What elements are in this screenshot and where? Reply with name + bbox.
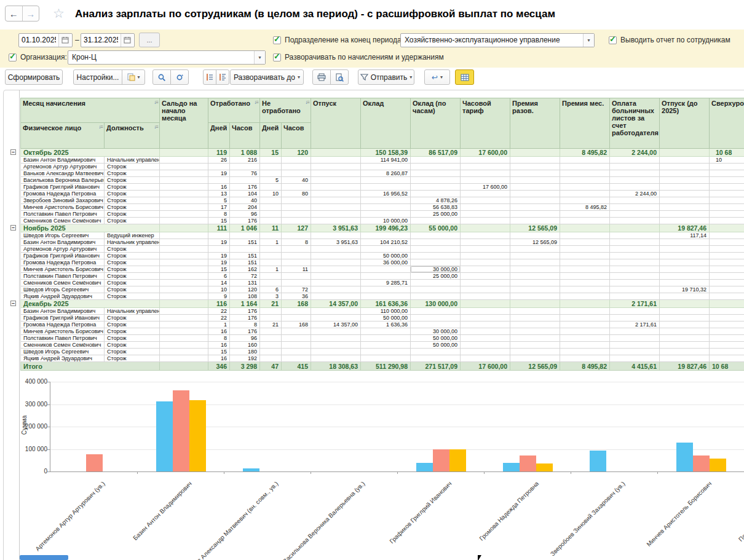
cell-value[interactable] xyxy=(560,308,610,315)
cell-value[interactable] xyxy=(710,191,744,197)
cell-value[interactable]: 2 171,61 xyxy=(610,300,660,308)
cell-value[interactable] xyxy=(311,286,361,293)
cell-value[interactable] xyxy=(160,342,208,349)
cell-value[interactable]: 8 495,82 xyxy=(560,204,610,211)
cell-text[interactable]: Графиков Григлрий Иванович xyxy=(21,184,105,191)
cell-value[interactable]: 21 xyxy=(260,321,282,328)
employee-row[interactable]: Артемонов Артур АртуровичСторож xyxy=(21,246,744,253)
cell-text[interactable]: Сторож xyxy=(105,259,160,266)
cell-value[interactable] xyxy=(710,349,744,355)
cell-value[interactable] xyxy=(411,246,461,253)
cell-text[interactable]: Сменников Семен Семёнович xyxy=(21,342,105,349)
cell-value[interactable] xyxy=(311,349,361,355)
column-header[interactable]: Отпуск xyxy=(311,98,361,149)
cell-value[interactable] xyxy=(610,204,660,211)
cell-value[interactable] xyxy=(710,170,744,177)
cell-value[interactable] xyxy=(230,177,260,184)
cell-value[interactable]: 199 496,23 xyxy=(361,224,411,232)
cell-value[interactable] xyxy=(610,239,660,246)
cell-value[interactable] xyxy=(660,246,710,253)
cell-value[interactable] xyxy=(461,342,510,349)
cell-value[interactable] xyxy=(461,218,510,224)
cell-value[interactable] xyxy=(160,197,208,204)
cell-value[interactable]: 15 xyxy=(208,218,230,224)
cell-value[interactable]: 19 xyxy=(208,253,230,259)
cell-value[interactable] xyxy=(560,342,610,349)
cell-text[interactable]: Сторож xyxy=(105,204,160,211)
cell-value[interactable]: 16 xyxy=(208,342,230,349)
cell-value[interactable] xyxy=(560,335,610,342)
cell-value[interactable]: 176 xyxy=(230,218,260,224)
cell-value[interactable]: 14 xyxy=(208,280,230,286)
generate-button[interactable]: Сформировать xyxy=(5,69,63,85)
cell-text[interactable]: Громова Надежда Петровна xyxy=(21,191,105,197)
cell-value[interactable] xyxy=(560,280,610,286)
cell-value[interactable] xyxy=(510,315,560,321)
cell-value[interactable]: 1 636,36 xyxy=(361,321,411,328)
cell-value[interactable] xyxy=(710,211,744,218)
cell-value[interactable]: 25 000,00 xyxy=(411,211,461,218)
cell-value[interactable]: 16 xyxy=(208,184,230,191)
cell-value[interactable] xyxy=(610,355,660,362)
cell-value[interactable] xyxy=(260,184,282,191)
cell-value[interactable] xyxy=(260,349,282,355)
cell-text[interactable]: Шведов Игорь Сергеевич xyxy=(21,286,105,293)
cell-value[interactable] xyxy=(160,253,208,259)
cell-value[interactable]: 1 046 xyxy=(230,224,260,232)
cell-value[interactable] xyxy=(710,239,744,246)
column-header[interactable]: Отработано↓≡ xyxy=(208,98,260,123)
collapse-group-icon[interactable]: – xyxy=(10,149,16,155)
cell-value[interactable] xyxy=(660,355,710,362)
employee-row[interactable]: Громова Надежда ПетровнаСторож1915136 00… xyxy=(21,259,744,266)
cell-value[interactable] xyxy=(510,157,560,164)
cell-value[interactable] xyxy=(660,149,710,157)
sort-icon[interactable]: ↓≡ xyxy=(98,124,103,130)
cell-value[interactable] xyxy=(510,177,560,184)
cell-text[interactable]: Базин Антон Владимирович xyxy=(21,239,105,246)
cell-value[interactable] xyxy=(411,164,461,170)
cell-value[interactable]: 16 xyxy=(208,328,230,335)
cell-value[interactable]: 56 638,83 xyxy=(411,204,461,211)
cell-value[interactable] xyxy=(260,232,282,239)
employee-row[interactable]: Полставкин Павел ПетровичСторож89625 000… xyxy=(21,211,744,218)
cell-value[interactable] xyxy=(660,184,710,191)
cell-value[interactable]: 19 xyxy=(208,239,230,246)
employee-row[interactable]: Графиков Григлрий ИвановичСторож1915150 … xyxy=(21,253,744,259)
cell-value[interactable] xyxy=(282,328,311,335)
cell-value[interactable]: 36 000,00 xyxy=(361,259,411,266)
cell-value[interactable] xyxy=(411,315,461,321)
employee-row[interactable]: Базин Антон ВладимировичНачальник управл… xyxy=(21,308,744,315)
cell-value[interactable] xyxy=(610,315,660,321)
chevron-down-icon[interactable]: ▾ xyxy=(583,34,594,47)
cell-value[interactable] xyxy=(282,218,311,224)
cell-value[interactable] xyxy=(282,184,311,191)
cell-value[interactable] xyxy=(560,266,610,273)
cell-value[interactable] xyxy=(160,184,208,191)
find-next-button[interactable] xyxy=(170,69,189,85)
print-preview-button[interactable] xyxy=(330,69,349,85)
cell-value[interactable] xyxy=(660,164,710,170)
cell-text[interactable]: Шведов Игорь Сергеевич xyxy=(21,232,105,239)
organization-combobox[interactable]: Крон-Ц ▾ xyxy=(68,50,266,65)
cell-value[interactable]: 19 710,32 xyxy=(660,286,710,293)
cell-value[interactable] xyxy=(610,164,660,170)
cell-value[interactable] xyxy=(560,286,610,293)
cell-value[interactable] xyxy=(660,321,710,328)
cell-text[interactable]: Сторож xyxy=(105,273,160,280)
employee-row[interactable]: Минчев Аристотель БорисовичСторож1720456… xyxy=(21,204,744,211)
cell-value[interactable] xyxy=(660,197,710,204)
cell-value[interactable] xyxy=(160,328,208,335)
cell-value[interactable] xyxy=(560,239,610,246)
cell-text[interactable]: Сторож xyxy=(105,253,160,259)
cell-value[interactable] xyxy=(160,308,208,315)
cell-text[interactable]: Сторож xyxy=(105,184,160,191)
cell-value[interactable] xyxy=(311,177,361,184)
chart-bar-series-3-yellow[interactable] xyxy=(536,463,553,471)
cell-value[interactable]: 1 xyxy=(260,239,282,246)
chart-bar-series-1-blue[interactable] xyxy=(156,401,173,471)
chart-bar-series-1-blue[interactable] xyxy=(243,468,259,471)
cell-value[interactable]: 12 565,09 xyxy=(510,362,560,371)
cell-value[interactable] xyxy=(311,293,361,300)
cell-text[interactable]: Сторож xyxy=(105,177,160,184)
cell-value[interactable] xyxy=(411,170,461,177)
